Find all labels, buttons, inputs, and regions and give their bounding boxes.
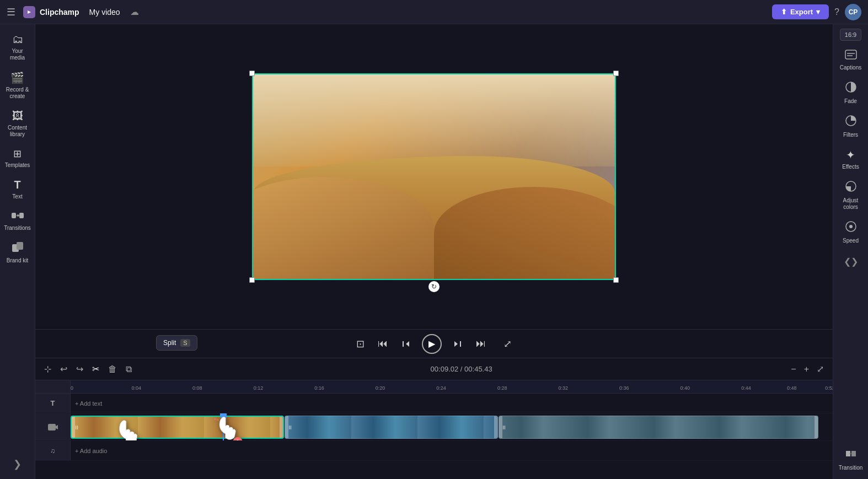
playback-controls: ⊡ ⏮ ▶ ⏭ ⤢ [35,329,833,358]
dune-layer-3 [434,187,616,279]
add-audio-button[interactable]: + Add audio [75,448,107,454]
video-clip-1[interactable]: ⏸ [71,416,284,439]
templates-icon: ⊞ [13,148,22,160]
transform-tool-button[interactable]: ⊹ [42,362,53,376]
audio-track-content[interactable]: + Add audio [71,441,833,460]
delete-button[interactable]: 🗑 [106,362,119,376]
captions-icon [845,50,857,62]
sidebar-item-label: Brand kit [7,257,28,264]
rewind-button[interactable] [399,337,413,351]
resize-handle-top-left[interactable] [249,71,255,76]
timeline-ruler: 0 0:04 0:08 0:12 0:16 0:20 0:24 0:28 0:3… [71,380,833,394]
sidebar-item-transitions[interactable]: Transitions [2,206,33,235]
avatar[interactable]: CP [845,4,861,20]
sidebar-item-label: Templates [5,162,30,169]
video-track-row: ⏸ ⏸ [35,413,833,441]
split-button[interactable]: ✂ Split S [90,362,101,376]
sidebar-item-fade[interactable]: Fade [835,77,866,108]
clip-end-handle[interactable] [280,417,283,438]
svg-rect-5 [48,424,56,430]
export-arrow-icon: ⬆ [781,8,787,16]
hamburger-menu-icon[interactable]: ☰ [7,6,15,18]
sidebar-item-effects[interactable]: ✦ Effects [835,144,866,174]
play-pause-button[interactable]: ▶ [422,334,442,354]
resize-handle-top-right[interactable] [613,71,619,76]
brand-kit-icon [12,241,24,255]
app-logo: Clipchamp [23,6,79,18]
aspect-ratio-button[interactable]: 16:9 [840,29,861,41]
help-icon[interactable]: ? [834,7,839,17]
video-frame[interactable] [252,73,616,280]
duplicate-button[interactable]: ⧉ [124,362,134,376]
skip-forward-button[interactable]: ⏭ [474,336,488,352]
resize-handle-bottom-right[interactable] [613,277,619,283]
clip-start-handle[interactable] [72,417,75,438]
sidebar-item-adjust-colors[interactable]: Adjustcolors [835,176,866,214]
fit-to-screen-button[interactable]: ⤢ [815,362,826,376]
transition-icon [845,448,857,462]
export-chevron-icon: ▾ [816,8,820,16]
caption-toggle-button[interactable]: ⊡ [354,336,367,352]
export-button[interactable]: ⬆ Export ▾ [772,4,829,19]
fullscreen-button[interactable]: ⤢ [501,336,514,352]
sidebar-item-content-library[interactable]: 🖼 Contentlibrary [2,105,33,141]
filters-icon [845,115,857,130]
video-track-label [35,413,71,440]
app-name: Clipchamp [40,8,79,17]
sidebar-item-label: Contentlibrary [8,125,27,138]
sidebar-item-label: Text [12,193,22,200]
preview-area: ↻ [35,24,833,329]
sidebar-item-label: Effects [842,164,859,170]
video-clip-3[interactable]: ⏸ [499,416,818,439]
timeline-content: 0 0:04 0:08 0:12 0:16 0:20 0:24 0:28 0:3… [35,380,833,479]
sidebar-item-captions[interactable]: Captions [835,45,866,74]
sidebar-item-text[interactable]: T Text [2,174,33,203]
add-text-button[interactable]: + Add text [75,400,102,407]
sidebar-item-templates[interactable]: ⊞ Templates [2,143,33,172]
video-background [253,74,615,279]
sidebar-item-filters[interactable]: Filters [835,110,866,142]
zoom-out-button[interactable]: − [789,362,798,376]
rotate-handle[interactable]: ↻ [428,281,440,292]
audio-track-label: ♫ [35,441,71,460]
sidebar-item-speed[interactable]: Speed [835,216,866,247]
clip-end-handle[interactable] [494,416,497,438]
sidebar-item-record-create[interactable]: 🎬 Record &create [2,67,33,103]
sidebar-item-brand-kit[interactable]: Brand kit [2,237,33,267]
split-tooltip: Split S [156,335,197,351]
sidebar-item-label: Your media [4,48,31,61]
text-track-row: T + Add text [35,394,833,413]
redo-button[interactable]: ↪ [74,362,85,376]
video-clips-area: ⏸ ⏸ [71,413,833,440]
sidebar-collapse-button[interactable]: ❯ [9,454,26,475]
clip-start-handle[interactable] [285,416,288,438]
sidebar-item-label: Transitions [4,225,31,232]
sidebar-item-label: Adjustcolors [843,197,859,211]
audio-track-row: ♫ + Add audio [35,441,833,461]
video-container: ↻ [252,73,616,280]
resize-handle-bottom-left[interactable] [249,277,255,283]
clip-end-handle[interactable] [815,416,818,438]
svg-rect-1 [12,213,16,218]
sidebar-item-transition[interactable]: Transition [835,443,866,475]
text-track-content[interactable]: + Add text [71,394,833,413]
project-name-input[interactable]: My video [85,6,125,19]
center-area: ↻ ⊡ ⏮ ▶ ⏭ ⤢ ⊹ ↩ [35,24,833,479]
undo-button[interactable]: ↩ [58,362,69,376]
video-clip-2[interactable]: ⏸ [285,416,498,439]
main-layout: 🗂 Your media 🎬 Record &create 🖼 Contentl… [0,24,868,479]
timeline-time: 00:09.02 / 00:45.43 [431,365,492,373]
your-media-icon: 🗂 [12,33,23,46]
left-sidebar: 🗂 Your media 🎬 Record &create 🖼 Contentl… [0,24,35,479]
zoom-in-button[interactable]: + [802,362,811,376]
adjust-colors-icon [845,180,857,195]
svg-rect-2 [19,213,24,218]
clip-start-handle[interactable] [499,416,502,438]
transitions-icon [12,210,24,223]
skip-back-button[interactable]: ⏮ [376,336,390,352]
svg-rect-4 [17,242,23,250]
forward-button[interactable] [451,337,465,351]
right-sidebar-collapse-button[interactable]: ❮❯ [839,252,862,271]
sky-layer [253,74,615,166]
sidebar-item-your-media[interactable]: 🗂 Your media [2,29,33,64]
